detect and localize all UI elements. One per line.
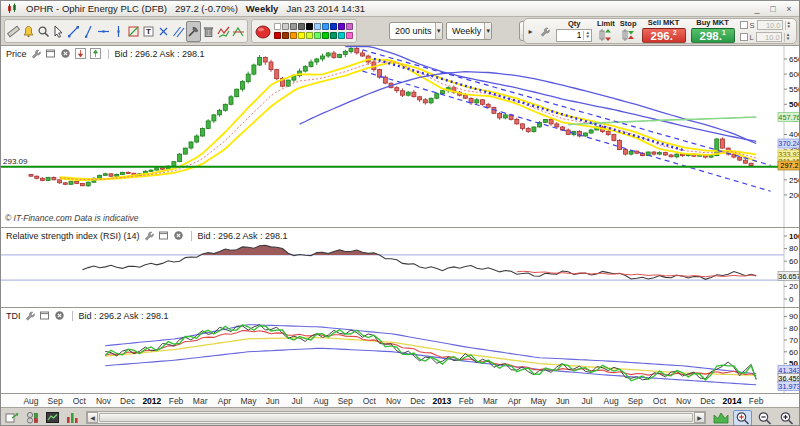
stop-checkbox[interactable] [740, 21, 748, 29]
zoom-out-button[interactable] [755, 410, 774, 426]
palette-color-swatch[interactable] [314, 23, 321, 30]
tool-group: T [4, 19, 248, 43]
scroll-left-arrow[interactable]: ◀ [87, 412, 98, 423]
close-button[interactable]: × [784, 4, 794, 14]
fit-zoom-button[interactable] [711, 410, 730, 426]
close-icon[interactable] [173, 230, 185, 242]
stop-order-button[interactable] [621, 28, 636, 42]
parallel-lines-tool[interactable] [171, 21, 186, 42]
cross-tool[interactable] [156, 21, 171, 42]
title-price-change: 297.2 (-0.70%) [175, 3, 238, 14]
pattern-tool[interactable] [231, 21, 246, 42]
stop-distance-input[interactable] [757, 20, 783, 30]
svg-text:200: 200 [789, 191, 800, 200]
palette-color-swatch[interactable] [330, 23, 337, 30]
stop-checkbox-label: S [750, 21, 755, 30]
maximize-icon[interactable] [45, 48, 57, 60]
rsi-panel-title: Relative strength index (RSI) (14) [6, 231, 140, 241]
vline-tool[interactable] [111, 21, 126, 42]
limit-distance-input[interactable] [756, 32, 782, 42]
screenshot-icon[interactable] [44, 410, 61, 425]
palette-color-swatch[interactable] [346, 23, 353, 30]
limit-checkbox[interactable] [740, 33, 748, 41]
palette-color-swatch[interactable] [298, 32, 305, 39]
wrench-icon[interactable] [143, 230, 155, 242]
palette-color-swatch[interactable] [306, 32, 313, 39]
retracement-tool[interactable] [126, 21, 141, 42]
time-axis-month: Jun [556, 396, 570, 406]
qty-stepper[interactable]: ▲▼ [583, 31, 590, 40]
units-select[interactable]: 200 units ▼ [389, 22, 443, 40]
drawing-settings-tool[interactable] [186, 21, 201, 42]
alarm-tool[interactable] [21, 21, 36, 42]
palette-color-swatch[interactable] [282, 23, 289, 30]
stop-distance-stepper[interactable]: ▲▼ [785, 21, 792, 30]
palette-color-swatch[interactable] [322, 32, 329, 39]
selected-color-swatch[interactable] [255, 24, 271, 39]
restore-button[interactable]: □ [768, 4, 778, 14]
palette-color-swatch[interactable] [274, 32, 281, 39]
chevron-down-icon: ▼ [484, 23, 491, 39]
close-icon[interactable] [54, 310, 66, 322]
trade-settings-button[interactable] [537, 23, 551, 39]
color-palette [251, 19, 357, 43]
trendline-tool[interactable] [66, 21, 81, 42]
palette-color-swatch[interactable] [314, 32, 321, 39]
palette-color-swatch[interactable] [290, 32, 297, 39]
time-axis-year: 2014 [722, 396, 741, 406]
display-settings-icon[interactable] [24, 410, 41, 425]
time-axis-year: 2013 [432, 396, 451, 406]
zigzag-tool[interactable] [216, 21, 231, 42]
text-tool[interactable]: T [141, 21, 156, 42]
palette-color-swatch[interactable] [338, 32, 345, 39]
zoom-in-button[interactable] [777, 410, 796, 426]
limit-order-button[interactable] [598, 28, 613, 42]
sell-market-button[interactable]: 296.2 [642, 28, 686, 43]
qty-input[interactable] [557, 30, 583, 41]
palette-color-swatch[interactable] [274, 23, 281, 30]
sell-arrow-icon[interactable] [75, 48, 87, 60]
minimize-button[interactable]: _ [752, 4, 762, 14]
limit-checkbox-label: L [750, 33, 754, 42]
wrench-icon[interactable] [24, 310, 36, 322]
volume-bars-icon[interactable] [64, 410, 81, 425]
buy-market-button[interactable]: 298.1 [691, 28, 735, 43]
price-chart[interactable]: 293.09200250300350400450500550600650457.… [1, 46, 800, 228]
palette-color-swatch[interactable] [282, 32, 289, 39]
maximize-icon[interactable] [39, 310, 51, 322]
rsi-bid-ask: Bid : 296.2 Ask : 298.1 [198, 231, 288, 241]
delete-tool[interactable] [201, 21, 216, 42]
measure-tool[interactable] [6, 21, 21, 42]
palette-color-swatch[interactable] [306, 23, 313, 30]
time-axis-month: May [240, 396, 256, 406]
palette-color-swatch[interactable] [298, 23, 305, 30]
export-icon[interactable] [4, 410, 21, 425]
limit-distance-stepper[interactable]: ▲▼ [784, 33, 791, 42]
buy-mkt-label: Buy MKT [696, 19, 729, 27]
time-axis-month: Dec [410, 396, 425, 406]
palette-color-swatch[interactable] [346, 32, 353, 39]
time-axis-month: Sep [628, 396, 643, 406]
close-icon[interactable] [60, 48, 72, 60]
svg-text:90: 90 [789, 312, 798, 321]
wrench-icon[interactable] [30, 48, 42, 60]
timeframe-select[interactable]: Weekly ▼ [446, 22, 492, 40]
time-scrollbar[interactable]: ◀ ▶ [86, 411, 706, 424]
collapse-arrow-icon[interactable]: ▸ [528, 27, 532, 36]
maximize-icon[interactable] [158, 230, 170, 242]
hline-tool[interactable] [96, 21, 111, 42]
scroll-right-arrow[interactable]: ▶ [694, 412, 705, 423]
svg-text:500: 500 [789, 100, 800, 109]
palette-color-swatch[interactable] [330, 32, 337, 39]
cursor-tool[interactable] [51, 21, 66, 42]
window-title: OPHR - Ophir Energy PLC (DFB) [26, 3, 167, 14]
palette-color-swatch[interactable] [322, 23, 329, 30]
zoom-tool[interactable] [36, 21, 51, 42]
palette-color-swatch[interactable] [338, 23, 345, 30]
zoom-selection-button[interactable] [733, 410, 752, 426]
palette-color-swatch[interactable] [290, 23, 297, 30]
segment-tool[interactable] [81, 21, 96, 42]
scrollbar-thumb[interactable] [99, 413, 693, 422]
buy-arrow-icon[interactable] [90, 48, 102, 60]
tdi-bid-ask: Bid : 296.2 Ask : 298.1 [79, 311, 169, 321]
